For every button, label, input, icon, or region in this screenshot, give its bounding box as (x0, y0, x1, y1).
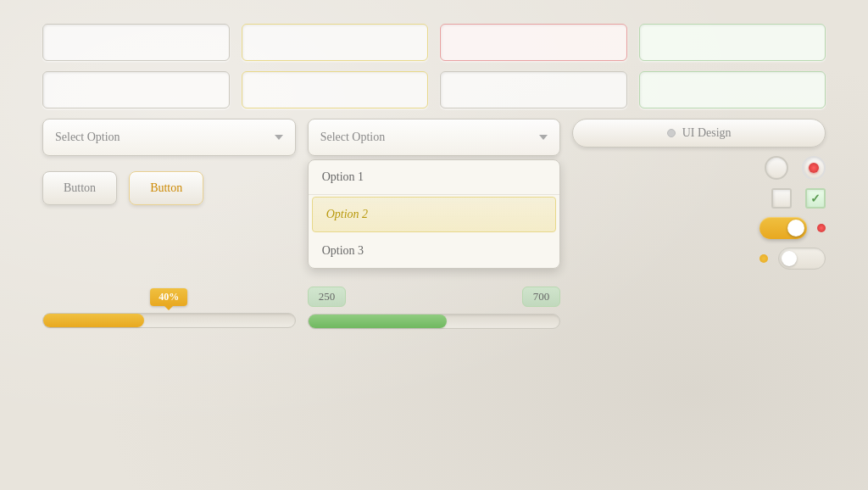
left-select-label: Select Option (55, 131, 120, 144)
radio-filled[interactable] (802, 156, 826, 180)
input-field-1[interactable] (42, 24, 230, 61)
input-field-8[interactable] (639, 71, 826, 109)
progress-badge: 40% (150, 288, 187, 306)
right-select-arrow-icon (539, 135, 548, 140)
checkbox-row: ✓ (771, 188, 826, 209)
toggle-red-dot-icon (817, 224, 826, 232)
slider-fill-yellow (43, 314, 144, 327)
toggle-yellow-dot-icon (760, 254, 768, 263)
input-field-2[interactable] (242, 24, 429, 61)
buttons-row: Button Button (42, 171, 296, 205)
progress-wrapper: 40% (42, 288, 296, 328)
input-row-1 (42, 24, 826, 61)
input-row-2 (42, 71, 826, 109)
input-field-3[interactable] (440, 24, 627, 61)
range-wrapper: 250 700 (308, 287, 561, 329)
button-1[interactable]: Button (42, 171, 117, 205)
center-controls-col: Select Option Option 1 Option 2 Option 3 (308, 119, 561, 156)
checkbox-checked[interactable]: ✓ (805, 188, 826, 209)
slider-track-2[interactable] (308, 314, 561, 329)
right-select-label: Select Option (320, 131, 386, 144)
tag-label: UI Design (682, 126, 732, 140)
toggle-off[interactable] (778, 248, 826, 270)
checkbox-empty[interactable] (771, 188, 792, 209)
left-select-wrapper[interactable]: Select Option (42, 119, 296, 156)
dropdown-item-3[interactable]: Option 3 (309, 234, 560, 268)
sliders-row: 40% 250 700 (42, 287, 826, 329)
left-select-arrow-icon (275, 135, 283, 140)
controls-row: Select Option Button Button Select Optio… (42, 119, 826, 270)
toggle-on[interactable] (760, 217, 807, 239)
dropdown-item-1[interactable]: Option 1 (309, 160, 560, 195)
right-select-button[interactable]: Select Option (308, 119, 561, 156)
toggle-row-1 (760, 217, 826, 239)
left-controls-col: Select Option Button Button (42, 119, 296, 205)
button-2[interactable]: Button (129, 171, 203, 205)
input-field-4[interactable] (639, 24, 826, 61)
ui-design-tag[interactable]: UI Design (572, 119, 826, 148)
input-field-6[interactable] (242, 71, 429, 109)
range-labels: 250 700 (308, 287, 561, 307)
toggle-row-2 (760, 248, 826, 270)
input-field-7[interactable] (440, 71, 627, 109)
dropdown-menu: Option 1 Option 2 Option 3 (308, 159, 561, 269)
radio-dot-icon (809, 163, 819, 173)
slider-fill-green (309, 315, 447, 328)
left-select-button[interactable]: Select Option (42, 119, 296, 156)
range-min-label: 250 (308, 287, 347, 307)
right-controls-col: UI Design ✓ (572, 119, 826, 270)
input-field-5[interactable] (42, 71, 230, 109)
tag-dot-icon (667, 129, 676, 137)
radio-row (765, 156, 826, 180)
main-layout: Select Option Button Button Select Optio… (0, 0, 868, 490)
checkmark-icon: ✓ (810, 192, 821, 206)
right-select-wrapper[interactable]: Select Option Option 1 Option 2 Option 3 (308, 119, 561, 156)
dropdown-item-2[interactable]: Option 2 (312, 197, 557, 232)
slider-track-1[interactable] (42, 313, 296, 328)
range-max-label: 700 (522, 287, 561, 307)
radio-empty[interactable] (765, 156, 788, 180)
